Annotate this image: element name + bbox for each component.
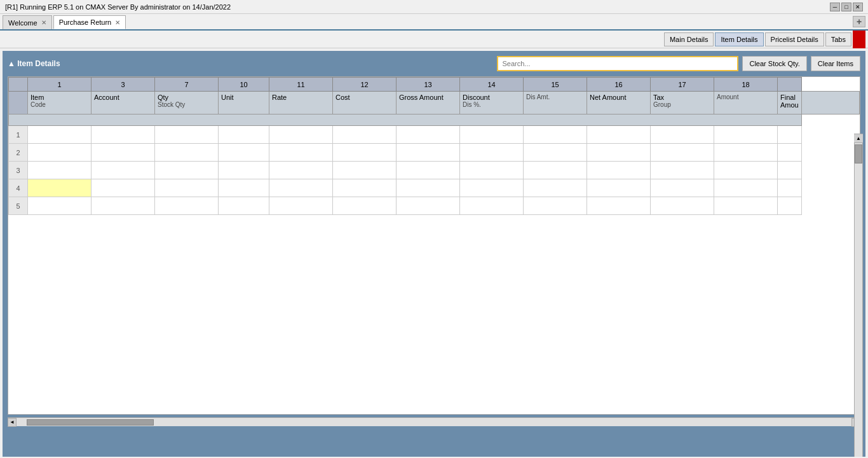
row1-cost[interactable]: [333, 126, 397, 144]
row5-final[interactable]: [778, 197, 802, 215]
row1-account[interactable]: [92, 126, 155, 144]
title-text: [R1] Running ERP 5.1 on CMAX Server By a…: [5, 3, 231, 11]
search-input[interactable]: [497, 56, 738, 71]
row1-net[interactable]: [587, 126, 651, 144]
minimize-button[interactable]: ─: [830, 3, 840, 11]
header-discount: Discount Dis %.: [460, 92, 524, 114]
row3-taxamt[interactable]: [714, 162, 778, 179]
row3-cost[interactable]: [333, 162, 397, 179]
row2-item[interactable]: [28, 144, 92, 162]
scroll-thumb[interactable]: [27, 419, 154, 426]
section-header: ▲ Item Details Clear Stock Qty. Clear It…: [8, 56, 860, 71]
row5-rate[interactable]: [269, 197, 333, 215]
row2-net[interactable]: [587, 144, 651, 162]
maximize-button[interactable]: □: [841, 3, 851, 11]
row4-taxgrp[interactable]: [651, 179, 714, 197]
toolbar-pricelist-details[interactable]: Pricelist Details: [765, 32, 824, 46]
row4-cost[interactable]: [333, 179, 397, 197]
row4-qty[interactable]: [155, 179, 219, 197]
toolbar-main-details[interactable]: Main Details: [664, 32, 714, 46]
row3-taxgrp[interactable]: [651, 162, 714, 179]
row5-disamt[interactable]: [524, 197, 587, 215]
row4-taxamt[interactable]: [714, 179, 778, 197]
row4-item-selected[interactable]: [28, 179, 92, 197]
clear-items-button[interactable]: Clear Items: [811, 56, 860, 71]
close-button[interactable]: ✕: [853, 3, 863, 11]
row3-final[interactable]: [778, 162, 802, 179]
row5-gross[interactable]: [397, 197, 460, 215]
row3-item[interactable]: [28, 162, 92, 179]
toolbar-tabs[interactable]: Tabs: [825, 32, 851, 46]
row2-final[interactable]: [778, 144, 802, 162]
vertical-scrollbar[interactable]: ▲ ▼: [854, 134, 863, 457]
col-11-header: 11: [269, 78, 333, 92]
row1-final[interactable]: [778, 126, 802, 144]
title-bar: [R1] Running ERP 5.1 on CMAX Server By a…: [0, 0, 868, 14]
row5-qty[interactable]: [155, 197, 219, 215]
row5-account[interactable]: [92, 197, 155, 215]
tab-welcome[interactable]: Welcome ✕: [3, 15, 52, 29]
row1-disp[interactable]: [460, 126, 524, 144]
row1-rate[interactable]: [269, 126, 333, 144]
row2-taxgrp[interactable]: [651, 144, 714, 162]
row4-account[interactable]: [92, 179, 155, 197]
row3-qty[interactable]: [155, 162, 219, 179]
table-row: 3: [9, 162, 860, 179]
row5-taxgrp[interactable]: [651, 197, 714, 215]
header-rate: Rate: [269, 92, 333, 114]
row5-taxamt[interactable]: [714, 197, 778, 215]
row3-disamt[interactable]: [524, 162, 587, 179]
row2-disp[interactable]: [460, 144, 524, 162]
row3-rate[interactable]: [269, 162, 333, 179]
row2-disamt[interactable]: [524, 144, 587, 162]
row1-gross[interactable]: [397, 126, 460, 144]
row4-disamt[interactable]: [524, 179, 587, 197]
tab-welcome-close[interactable]: ✕: [41, 19, 46, 26]
row1-taxgrp[interactable]: [651, 126, 714, 144]
row4-disp[interactable]: [460, 179, 524, 197]
tab-purchase-return[interactable]: Purchase Return ✕: [53, 15, 126, 29]
row4-gross[interactable]: [397, 179, 460, 197]
row4-unit[interactable]: [219, 179, 269, 197]
row2-gross[interactable]: [397, 144, 460, 162]
scroll-left-arrow[interactable]: ◄: [8, 418, 17, 427]
row1-qty[interactable]: [155, 126, 219, 144]
section-controls: Clear Stock Qty. Clear Items: [497, 56, 860, 71]
title-controls: ─ □ ✕: [830, 3, 863, 11]
row3-account[interactable]: [92, 162, 155, 179]
row3-net[interactable]: [587, 162, 651, 179]
row3-gross[interactable]: [397, 162, 460, 179]
row5-unit[interactable]: [219, 197, 269, 215]
scroll-up-arrow[interactable]: ▲: [854, 134, 863, 143]
col-13-header: 13: [397, 78, 460, 92]
row2-rate[interactable]: [269, 144, 333, 162]
tab-add-button[interactable]: +: [853, 16, 865, 27]
row-num-1: 1: [9, 126, 28, 144]
row4-rate[interactable]: [269, 179, 333, 197]
row2-account[interactable]: [92, 144, 155, 162]
tab-purchase-return-close[interactable]: ✕: [115, 19, 120, 26]
row5-net[interactable]: [587, 197, 651, 215]
col-12-header: 12: [333, 78, 397, 92]
clear-stock-qty-button[interactable]: Clear Stock Qty.: [742, 56, 806, 71]
row2-taxamt[interactable]: [714, 144, 778, 162]
row3-disp[interactable]: [460, 162, 524, 179]
row2-cost[interactable]: [333, 144, 397, 162]
row4-net[interactable]: [587, 179, 651, 197]
row5-cost[interactable]: [333, 197, 397, 215]
row5-disp[interactable]: [460, 197, 524, 215]
row-num-4: 4: [9, 179, 28, 197]
toolbar-item-details[interactable]: Item Details: [715, 32, 763, 46]
row1-item[interactable]: [28, 126, 92, 144]
row2-qty[interactable]: [155, 144, 219, 162]
vscroll-thumb[interactable]: [855, 144, 862, 163]
row1-unit[interactable]: [219, 126, 269, 144]
row3-unit[interactable]: [219, 162, 269, 179]
row5-item[interactable]: [28, 197, 92, 215]
row1-taxamt[interactable]: [714, 126, 778, 144]
row2-unit[interactable]: [219, 144, 269, 162]
row1-disamt[interactable]: [524, 126, 587, 144]
horizontal-scrollbar[interactable]: ◄ ►: [8, 417, 860, 426]
col-1-header: 1: [28, 78, 92, 92]
row4-final[interactable]: [778, 179, 802, 197]
